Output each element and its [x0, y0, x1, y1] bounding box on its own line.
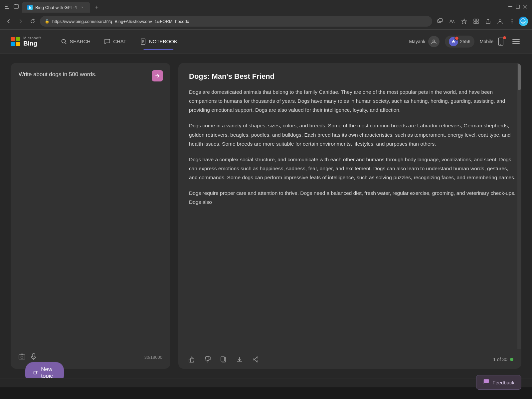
- mobile-icon: [496, 37, 505, 46]
- svg-line-47: [255, 358, 257, 359]
- close-btn[interactable]: [522, 4, 528, 10]
- logo-green: [16, 37, 20, 41]
- bing-app: Microsoft Bing SEARCH: [0, 30, 532, 387]
- chat-nav-icon: [104, 38, 110, 45]
- svg-rect-2: [5, 8, 9, 9]
- svg-point-46: [257, 361, 258, 362]
- tab-title: Bing Chat with GPT-4: [35, 5, 77, 10]
- thumbs-up-btn[interactable]: [186, 354, 197, 365]
- response-body: Dogs are domesticated animals that belon…: [189, 87, 516, 206]
- window-controls: [4, 4, 19, 10]
- bing-main: Write about dogs in 500 words.: [0, 54, 532, 378]
- svg-point-45: [253, 359, 255, 360]
- feedback-btn[interactable]: Feedback: [476, 375, 521, 390]
- svg-point-34: [21, 356, 23, 358]
- chat-nav-item[interactable]: CHAT: [98, 36, 132, 48]
- svg-point-17: [499, 20, 501, 22]
- logo-red: [11, 37, 15, 41]
- mobile-section[interactable]: Mobile: [480, 37, 505, 46]
- profile-btn[interactable]: [495, 16, 505, 27]
- notebook-nav-item[interactable]: NOTEBOOK: [134, 36, 183, 48]
- send-btn[interactable]: [152, 70, 163, 81]
- active-tab[interactable]: b Bing Chat with GPT-4 ×: [22, 2, 90, 13]
- refresh-btn[interactable]: [28, 17, 37, 26]
- copy-btn[interactable]: [218, 354, 229, 365]
- points-badge[interactable]: 2556: [445, 36, 474, 48]
- new-topic-btn[interactable]: New topic: [25, 362, 64, 378]
- user-name: Mayank: [409, 39, 426, 44]
- address-bar[interactable]: 🔒 https://www.bing.com/search?q=Bing+AI&…: [40, 16, 432, 27]
- svg-point-44: [257, 357, 258, 358]
- svg-rect-23: [141, 39, 145, 44]
- trophy-icon: [449, 37, 458, 46]
- new-tab-page-btn[interactable]: [13, 4, 19, 10]
- more-menu-btn[interactable]: [507, 16, 517, 27]
- toolbar-actions: A A: [435, 16, 528, 27]
- paragraph-1: Dogs are domesticated animals that belon…: [189, 87, 516, 114]
- mic-btn[interactable]: [31, 353, 37, 361]
- bing-logo: Microsoft Bing: [11, 36, 41, 47]
- prompt-text: Write about dogs in 500 words.: [19, 70, 162, 209]
- feedback-label: Feedback: [492, 380, 514, 385]
- tab-manager-btn[interactable]: [435, 16, 445, 27]
- svg-rect-41: [209, 357, 210, 360]
- share-out-btn[interactable]: [250, 354, 261, 365]
- camera-btn[interactable]: [19, 353, 25, 361]
- scrollbar-track[interactable]: [517, 63, 521, 349]
- output-tools: [186, 354, 261, 365]
- read-aloud-btn[interactable]: A A: [447, 16, 457, 27]
- bing-nav: SEARCH CHAT: [55, 36, 409, 48]
- sidebar-toggle-btn[interactable]: [4, 4, 10, 10]
- output-panel: Dogs: Man's Best Friend Dogs are domesti…: [178, 63, 521, 369]
- search-nav-item[interactable]: SEARCH: [55, 36, 97, 48]
- scrollbar-thumb[interactable]: [518, 64, 521, 90]
- url-text: https://www.bing.com/search?q=Bing+AI&sh…: [52, 19, 189, 24]
- svg-rect-1: [5, 6, 8, 7]
- notebook-nav-label: NOTEBOOK: [149, 39, 177, 44]
- svg-rect-3: [14, 5, 19, 8]
- hamburger-menu-btn[interactable]: [511, 36, 521, 47]
- output-content[interactable]: Dogs: Man's Best Friend Dogs are domesti…: [178, 63, 521, 350]
- svg-rect-35: [32, 353, 35, 357]
- search-nav-icon: [61, 38, 67, 45]
- forward-btn[interactable]: [16, 17, 25, 26]
- share-btn[interactable]: [483, 16, 493, 27]
- microsoft-logo: [11, 37, 20, 46]
- svg-text:A: A: [452, 20, 455, 24]
- download-btn[interactable]: [234, 354, 245, 365]
- collections-btn[interactable]: [471, 16, 481, 27]
- thumbs-down-btn[interactable]: [202, 354, 213, 365]
- svg-rect-14: [476, 19, 478, 21]
- paragraph-3: Dogs have a complex social structure, an…: [189, 155, 516, 182]
- close-tab-btn[interactable]: ×: [80, 5, 85, 10]
- favorites-btn[interactable]: [459, 16, 469, 27]
- svg-rect-13: [474, 19, 476, 21]
- maximize-btn[interactable]: [515, 4, 521, 10]
- mobile-text: Mobile: [480, 39, 493, 44]
- browser-chrome: b Bing Chat with GPT-4 × +: [0, 0, 532, 30]
- edge-logo: [519, 17, 528, 26]
- bing-text: Bing: [23, 40, 41, 47]
- user-avatar[interactable]: [428, 36, 440, 47]
- new-tab-btn[interactable]: +: [91, 2, 102, 13]
- svg-rect-0: [5, 5, 9, 5]
- bottom-bar: [0, 378, 532, 387]
- search-nav-label: SEARCH: [70, 39, 91, 44]
- notebook-nav-icon: [140, 38, 146, 45]
- output-toolbar: 1 of 30: [178, 350, 521, 369]
- minimize-btn[interactable]: [507, 4, 513, 10]
- svg-line-48: [255, 360, 257, 361]
- input-panel: Write about dogs in 500 words.: [11, 63, 170, 369]
- paragraph-2: Dogs come in a variety of shapes, sizes,…: [189, 121, 516, 148]
- svg-point-19: [512, 21, 513, 22]
- lock-icon: 🔒: [45, 19, 50, 24]
- svg-rect-10: [439, 19, 443, 22]
- svg-rect-16: [476, 22, 478, 24]
- svg-point-20: [512, 23, 513, 24]
- chat-nav-label: CHAT: [113, 39, 126, 44]
- user-section[interactable]: Mayank: [409, 36, 440, 47]
- logo-yellow: [16, 42, 20, 46]
- logo-blue: [11, 42, 15, 46]
- back-btn[interactable]: [4, 17, 13, 26]
- page-counter: 1 of 30: [493, 357, 513, 362]
